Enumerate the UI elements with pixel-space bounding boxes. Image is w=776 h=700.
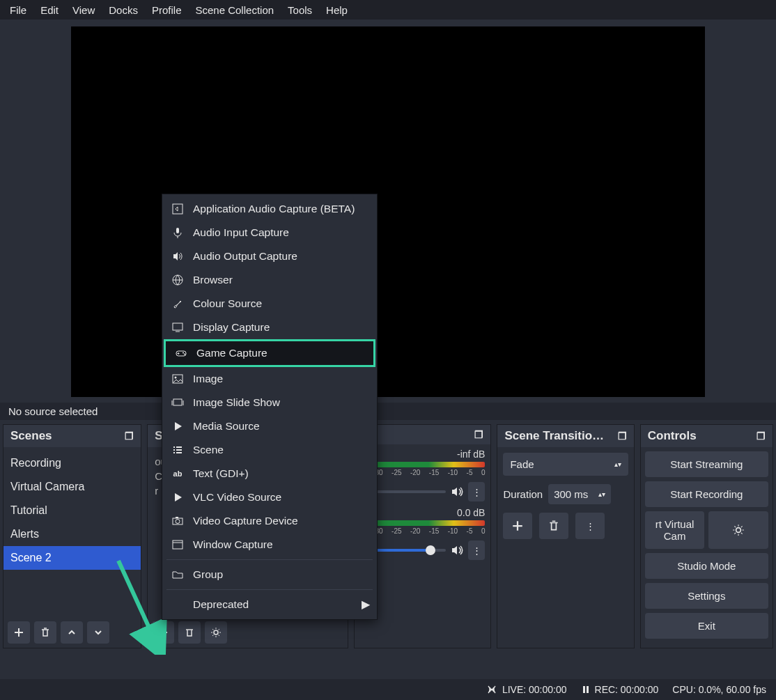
duration-input[interactable]: 300 ms ▴▾ xyxy=(548,484,611,504)
menu-label: Audio Output Capture xyxy=(193,250,297,263)
trash-icon xyxy=(548,520,560,532)
rec-timer: REC: 00:00:00 xyxy=(595,684,659,695)
svg-rect-3 xyxy=(583,686,585,693)
svg-point-2 xyxy=(490,689,492,691)
virtual-cam-button[interactable]: rt Virtual Cam xyxy=(645,511,705,549)
scenes-title: Scenes xyxy=(10,429,52,443)
menu-label: Media Source xyxy=(193,420,260,433)
broadcast-icon xyxy=(486,683,498,696)
scene-list[interactable]: Recording Virtual Camera Tutorial Alerts… xyxy=(3,447,141,617)
meter-ticks: 5-30-25-20-15-10-50 xyxy=(360,469,485,476)
menu-file[interactable]: File xyxy=(3,1,33,19)
transition-properties-button[interactable]: ⋮ xyxy=(575,513,605,539)
popout-icon[interactable]: ❐ xyxy=(756,430,766,442)
speaker-icon xyxy=(171,249,185,263)
menu-scene-collection[interactable]: Scene Collection xyxy=(189,1,281,19)
popout-icon[interactable]: ❐ xyxy=(618,430,627,442)
menubar: File Edit View Docks Profile Scene Colle… xyxy=(0,0,776,20)
speaker-icon[interactable] xyxy=(450,485,464,499)
svg-rect-18 xyxy=(173,540,183,549)
menu-tools[interactable]: Tools xyxy=(281,1,319,19)
source-text-gdi[interactable]: ab Text (GDI+) xyxy=(162,462,377,485)
add-scene-button[interactable] xyxy=(8,621,30,644)
source-audio-output-capture[interactable]: Audio Output Capture xyxy=(162,244,377,268)
settings-button[interactable]: Settings xyxy=(645,583,768,609)
slideshow-icon xyxy=(171,396,185,410)
move-scene-up-button[interactable] xyxy=(61,621,83,644)
menu-profile[interactable]: Profile xyxy=(145,1,189,19)
source-properties-button[interactable] xyxy=(205,621,227,644)
plus-icon xyxy=(511,520,524,532)
menu-label: Audio Input Capture xyxy=(193,226,289,239)
source-colour-source[interactable]: Colour Source xyxy=(162,292,377,316)
menu-separator xyxy=(166,559,373,560)
scene-item-recording[interactable]: Recording xyxy=(3,451,141,475)
list-icon xyxy=(171,443,185,457)
menu-label: Group xyxy=(193,568,223,581)
statusbar: LIVE: 00:00:00 REC: 00:00:00 CPU: 0.0%, … xyxy=(0,679,776,700)
svg-point-10 xyxy=(183,352,184,354)
svg-rect-17 xyxy=(176,517,178,518)
source-video-capture-device[interactable]: Video Capture Device xyxy=(162,509,377,533)
svg-point-13 xyxy=(175,377,177,379)
transition-select[interactable]: Fade ▴▾ xyxy=(503,453,628,476)
menu-docks[interactable]: Docks xyxy=(102,1,145,19)
no-source-label: No source selected xyxy=(8,405,98,417)
menu-label: Video Capture Device xyxy=(193,515,298,527)
spinner-icon[interactable]: ▴▾ xyxy=(598,492,605,497)
source-window-capture[interactable]: Window Capture xyxy=(162,533,377,557)
source-deprecated-submenu[interactable]: Deprecated ▶ xyxy=(162,593,377,616)
menu-help[interactable]: Help xyxy=(319,1,355,19)
source-image-slide-show[interactable]: Image Slide Show xyxy=(162,391,377,414)
track-options-button[interactable]: ⋮ xyxy=(468,540,485,560)
speaker-icon[interactable] xyxy=(450,543,464,557)
start-streaming-button[interactable]: Start Streaming xyxy=(645,451,768,477)
menu-view[interactable]: View xyxy=(65,1,102,19)
source-media-source[interactable]: Media Source xyxy=(162,414,377,438)
menu-label: Colour Source xyxy=(193,297,262,310)
trash-icon xyxy=(40,627,51,638)
source-game-capture[interactable]: Game Capture xyxy=(164,339,375,367)
source-scene[interactable]: Scene xyxy=(162,438,377,462)
source-app-audio-capture[interactable]: Application Audio Capture (BETA) xyxy=(162,197,377,221)
track-options-button[interactable]: ⋮ xyxy=(468,482,485,501)
source-browser[interactable]: Browser xyxy=(162,268,377,292)
scenes-dock: Scenes ❐ Recording Virtual Camera Tutori… xyxy=(3,424,141,648)
popout-icon[interactable]: ❐ xyxy=(474,429,483,440)
scene-item-alerts[interactable]: Alerts xyxy=(3,522,141,546)
remove-source-button[interactable] xyxy=(178,621,201,644)
meter-ticks: 5-30-25-20-15-10-50 xyxy=(360,527,485,535)
source-display-capture[interactable]: Display Capture xyxy=(162,316,377,339)
add-transition-button[interactable] xyxy=(503,513,532,539)
studio-mode-button[interactable]: Studio Mode xyxy=(645,553,768,579)
source-group[interactable]: Group xyxy=(162,563,377,586)
menu-label: Scene xyxy=(193,444,224,456)
menu-edit[interactable]: Edit xyxy=(33,1,65,19)
live-timer: LIVE: 00:00:00 xyxy=(502,684,567,695)
start-recording-button[interactable]: Start Recording xyxy=(645,481,768,507)
remove-transition-button[interactable] xyxy=(539,513,568,539)
menu-label: Browser xyxy=(193,274,233,286)
scene-item-scene2[interactable]: Scene 2 xyxy=(3,546,141,570)
remove-scene-button[interactable] xyxy=(34,621,56,644)
virtual-cam-settings-button[interactable] xyxy=(708,511,768,549)
globe-icon xyxy=(171,273,185,287)
source-vlc-video-source[interactable]: VLC Video Source xyxy=(162,485,377,509)
scene-item-tutorial[interactable]: Tutorial xyxy=(3,499,141,522)
plus-icon xyxy=(157,627,169,638)
add-source-context-menu: Application Audio Capture (BETA) Audio I… xyxy=(162,194,378,620)
transitions-dock: Scene Transitio… ❐ Fade ▴▾ Duration 300 … xyxy=(497,424,634,648)
stream-status: LIVE: 00:00:00 xyxy=(486,683,567,696)
menu-label: Text (GDI+) xyxy=(193,467,249,480)
display-icon xyxy=(171,320,185,334)
move-scene-down-button[interactable] xyxy=(87,621,109,644)
add-source-button[interactable] xyxy=(152,621,174,644)
exit-button[interactable]: Exit xyxy=(645,613,768,639)
scene-item-virtual-camera[interactable]: Virtual Camera xyxy=(3,475,141,499)
popout-icon[interactable]: ❐ xyxy=(125,430,134,442)
source-image[interactable]: Image xyxy=(162,367,377,391)
source-audio-input-capture[interactable]: Audio Input Capture xyxy=(162,221,377,244)
svg-rect-14 xyxy=(173,399,182,405)
menu-label: Image Slide Show xyxy=(193,396,280,409)
chevron-up-icon xyxy=(67,628,77,637)
